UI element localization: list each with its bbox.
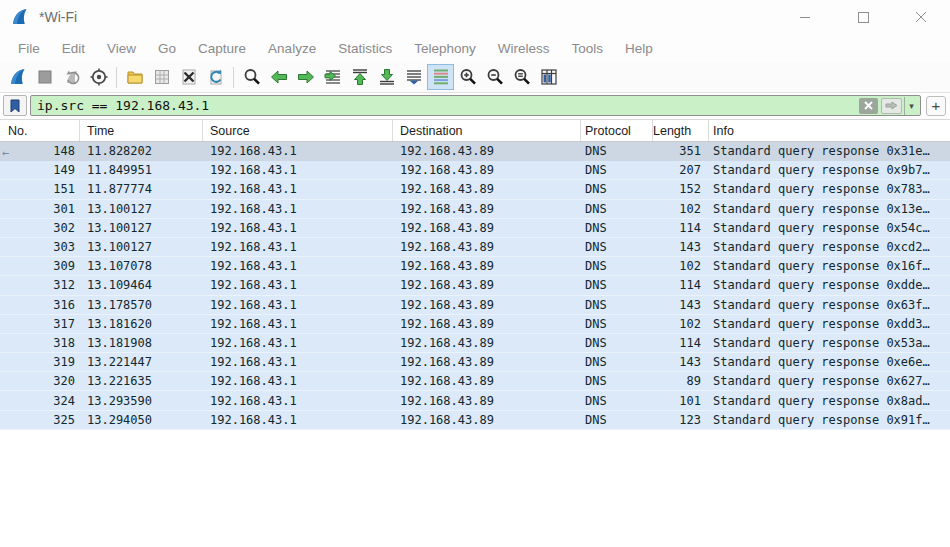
packet-row[interactable]: 151 11.877774 192.168.43.1 192.168.43.89… — [0, 180, 950, 199]
minimize-button[interactable] — [776, 0, 834, 34]
packet-row[interactable]: 324 13.293590 192.168.43.1 192.168.43.89… — [0, 391, 950, 410]
packet-source: 192.168.43.1 — [203, 355, 393, 369]
packet-destination: 192.168.43.89 — [393, 278, 581, 292]
packet-info: Standard query response 0x63f… — [709, 298, 950, 312]
go-top-icon[interactable] — [346, 64, 373, 90]
column-header-info[interactable]: Info — [709, 120, 950, 141]
packet-length: 114 — [653, 278, 709, 292]
resize-columns-icon[interactable] — [535, 64, 562, 90]
packet-info: Standard query response 0xdd3… — [709, 317, 950, 331]
main-toolbar — [0, 62, 950, 93]
packet-list-header: No. Time Source Destination Protocol Len… — [0, 120, 950, 142]
packet-source: 192.168.43.1 — [203, 336, 393, 350]
packet-length: 102 — [653, 202, 709, 216]
display-filter-input[interactable]: ip.src == 192.168.43.1 ▾ — [30, 95, 921, 116]
packet-rows: ←148 11.828202 192.168.43.1 192.168.43.8… — [0, 142, 950, 430]
column-header-no[interactable]: No. — [0, 120, 80, 141]
go-bottom-icon[interactable] — [373, 64, 400, 90]
column-header-time[interactable]: Time — [80, 120, 203, 141]
menu-item[interactable]: File — [7, 41, 51, 56]
packet-row[interactable]: 316 13.178570 192.168.43.1 192.168.43.89… — [0, 296, 950, 315]
packet-time: 13.107078 — [80, 259, 203, 273]
restart-capture-icon[interactable] — [58, 64, 85, 90]
open-file-icon[interactable] — [121, 64, 148, 90]
packet-source: 192.168.43.1 — [203, 317, 393, 331]
packet-row[interactable]: 320 13.221635 192.168.43.1 192.168.43.89… — [0, 372, 950, 391]
packet-protocol: DNS — [581, 394, 653, 408]
packet-length: 102 — [653, 259, 709, 273]
packet-row[interactable]: 319 13.221447 192.168.43.1 192.168.43.89… — [0, 353, 950, 372]
auto-scroll-icon[interactable] — [400, 64, 427, 90]
display-filter-value[interactable]: ip.src == 192.168.43.1 — [37, 98, 859, 113]
packet-row[interactable]: 318 13.181908 192.168.43.1 192.168.43.89… — [0, 334, 950, 353]
packet-row[interactable]: 302 13.100127 192.168.43.1 192.168.43.89… — [0, 219, 950, 238]
packet-protocol: DNS — [581, 144, 653, 158]
packet-row[interactable]: 303 13.100127 192.168.43.1 192.168.43.89… — [0, 238, 950, 257]
wireshark-fin-icon — [10, 7, 30, 27]
menu-item[interactable]: Help — [614, 41, 664, 56]
start-capture-icon[interactable] — [4, 64, 31, 90]
zoom-original-icon[interactable] — [508, 64, 535, 90]
packet-destination: 192.168.43.89 — [393, 355, 581, 369]
menu-item[interactable]: View — [96, 41, 147, 56]
packet-row[interactable]: 149 11.849951 192.168.43.1 192.168.43.89… — [0, 161, 950, 180]
find-packet-icon[interactable] — [238, 64, 265, 90]
packet-row[interactable]: 309 13.107078 192.168.43.1 192.168.43.89… — [0, 257, 950, 276]
menu-item[interactable]: Tools — [560, 41, 614, 56]
packet-info: Standard query response 0x16f… — [709, 259, 950, 273]
title-bar: *Wi-Fi — [0, 0, 950, 34]
packet-no: 319 — [53, 355, 75, 369]
column-header-protocol[interactable]: Protocol — [581, 120, 653, 141]
maximize-button[interactable] — [834, 0, 892, 34]
filter-add-button[interactable]: + — [926, 96, 946, 116]
packet-no: 149 — [53, 163, 75, 177]
column-header-destination[interactable]: Destination — [393, 120, 581, 141]
capture-options-icon[interactable] — [85, 64, 112, 90]
menu-item[interactable]: Go — [147, 41, 187, 56]
bookmark-icon — [10, 99, 20, 113]
stop-capture-icon[interactable] — [31, 64, 58, 90]
packet-row[interactable]: 325 13.294050 192.168.43.1 192.168.43.89… — [0, 411, 950, 430]
packet-row[interactable]: 317 13.181620 192.168.43.1 192.168.43.89… — [0, 315, 950, 334]
packet-row[interactable]: 312 13.109464 192.168.43.1 192.168.43.89… — [0, 276, 950, 295]
save-file-icon[interactable] — [148, 64, 175, 90]
packet-destination: 192.168.43.89 — [393, 394, 581, 408]
menu-item[interactable]: Telephony — [403, 41, 487, 56]
packet-row[interactable]: ←148 11.828202 192.168.43.1 192.168.43.8… — [0, 142, 950, 161]
menu-item[interactable]: Wireless — [487, 41, 561, 56]
column-header-length[interactable]: Length — [653, 120, 709, 141]
packet-no: 309 — [53, 259, 75, 273]
filter-apply-button[interactable] — [881, 98, 902, 114]
packet-time: 13.221447 — [80, 355, 203, 369]
packet-time: 13.100127 — [80, 240, 203, 254]
reload-icon[interactable] — [202, 64, 229, 90]
zoom-out-icon[interactable] — [481, 64, 508, 90]
packet-no: 325 — [53, 413, 75, 427]
go-back-icon[interactable] — [265, 64, 292, 90]
go-forward-icon[interactable] — [292, 64, 319, 90]
zoom-in-icon[interactable] — [454, 64, 481, 90]
packet-source: 192.168.43.1 — [203, 394, 393, 408]
filter-bookmark-button[interactable] — [3, 95, 27, 116]
filter-clear-button[interactable] — [859, 98, 878, 114]
close-file-icon[interactable] — [175, 64, 202, 90]
packet-length: 114 — [653, 336, 709, 350]
column-header-source[interactable]: Source — [203, 120, 393, 141]
packet-source: 192.168.43.1 — [203, 278, 393, 292]
packet-source: 192.168.43.1 — [203, 163, 393, 177]
packet-time: 13.178570 — [80, 298, 203, 312]
packet-row[interactable]: 301 13.100127 192.168.43.1 192.168.43.89… — [0, 200, 950, 219]
packet-protocol: DNS — [581, 317, 653, 331]
menu-item[interactable]: Statistics — [327, 41, 403, 56]
colorize-icon[interactable] — [427, 64, 454, 90]
close-button[interactable] — [892, 0, 950, 34]
menu-item[interactable]: Edit — [51, 41, 96, 56]
go-to-packet-icon[interactable] — [319, 64, 346, 90]
packet-time: 11.849951 — [80, 163, 203, 177]
packet-protocol: DNS — [581, 374, 653, 388]
packet-source: 192.168.43.1 — [203, 413, 393, 427]
menu-item[interactable]: Analyze — [257, 41, 327, 56]
menu-item[interactable]: Capture — [187, 41, 257, 56]
packet-destination: 192.168.43.89 — [393, 221, 581, 235]
filter-dropdown-caret[interactable]: ▾ — [904, 97, 918, 115]
